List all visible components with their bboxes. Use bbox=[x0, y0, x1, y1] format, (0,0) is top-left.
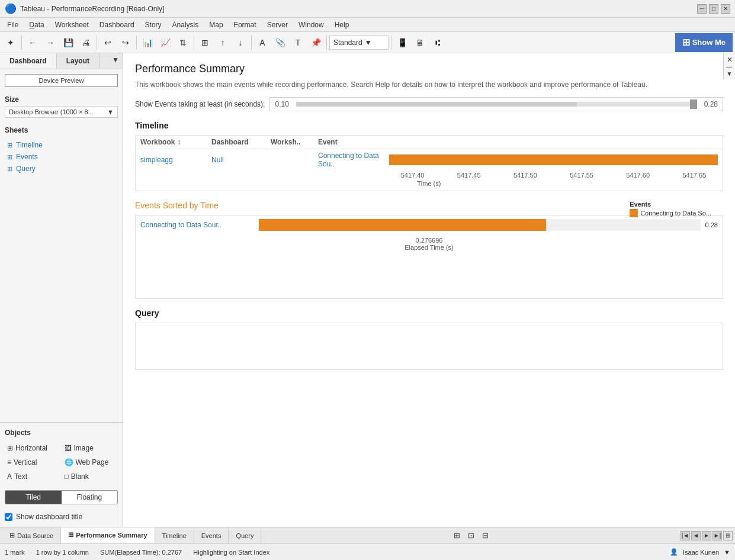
menu-data[interactable]: Data bbox=[24, 20, 49, 30]
toolbar-print-button[interactable]: 🖨 bbox=[78, 34, 94, 51]
toolbar-grid-icon[interactable]: ✦ bbox=[2, 34, 19, 51]
toolbar-view-button[interactable]: 📱 bbox=[394, 34, 410, 51]
status-rows-cols: 1 row by 1 column bbox=[36, 549, 89, 556]
tab-icon-btn-1[interactable]: ⊞ bbox=[450, 529, 463, 542]
sheets-list: ⊞ Timeline ⊞ Events ⊞ Query bbox=[0, 137, 123, 177]
legend-label: Connecting to Data So... bbox=[640, 210, 711, 217]
object-vertical[interactable]: ≡ Vertical bbox=[5, 456, 61, 469]
toolbar-redo-button[interactable]: ↪ bbox=[117, 34, 134, 51]
standard-chevron: ▼ bbox=[365, 38, 372, 47]
image-label: Image bbox=[74, 444, 94, 452]
tab-query[interactable]: Query bbox=[229, 527, 261, 543]
vertical-label: Vertical bbox=[14, 458, 37, 466]
show-me-label: Show Me bbox=[692, 38, 726, 47]
tab-icon-btn-2[interactable]: ⊡ bbox=[464, 529, 477, 542]
panel-pin-button[interactable]: | bbox=[726, 66, 733, 68]
object-horizontal[interactable]: ⊞ Horizontal bbox=[5, 442, 61, 455]
close-panel-button[interactable]: ✕ bbox=[727, 56, 733, 64]
tab-dashboard[interactable]: Dashboard bbox=[0, 53, 57, 69]
nav-last-button[interactable]: ►| bbox=[712, 531, 722, 540]
menu-worksheet[interactable]: Worksheet bbox=[50, 20, 94, 30]
main-layout: Dashboard Layout ▼ Device Preview Size D… bbox=[0, 53, 735, 527]
header-dashboard: Dashboard bbox=[211, 138, 271, 146]
object-blank[interactable]: □ Blank bbox=[62, 470, 118, 483]
toolbar-annotation-button[interactable]: 📎 bbox=[272, 34, 288, 51]
toolbar-asc-sort[interactable]: ↑ bbox=[214, 34, 231, 51]
tiled-button[interactable]: Tiled bbox=[5, 491, 62, 504]
tab-icon-btn-3[interactable]: ⊟ bbox=[479, 529, 492, 542]
sheet-item-events[interactable]: ⊞ Events bbox=[0, 151, 123, 163]
toolbar-filter-button[interactable]: ⊞ bbox=[197, 34, 213, 51]
user-dropdown[interactable]: ▼ bbox=[724, 549, 730, 556]
blank-label: Blank bbox=[71, 472, 89, 481]
toolbar-separator-5 bbox=[251, 36, 252, 50]
menu-window[interactable]: Window bbox=[294, 20, 329, 30]
tab-events[interactable]: Events bbox=[194, 527, 229, 543]
sheet-item-query[interactable]: ⊞ Query bbox=[0, 163, 123, 175]
nav-grid-button[interactable]: ⊞ bbox=[723, 531, 733, 540]
toolbar-chart-button[interactable]: 📊 bbox=[139, 34, 156, 51]
object-image[interactable]: 🖼 Image bbox=[62, 442, 118, 455]
timeline-sheet-icon: ⊞ bbox=[7, 141, 12, 149]
toolbar-sort-button[interactable]: ⇅ bbox=[175, 34, 191, 51]
time-axis: 5417.40 5417.45 5417.50 5417.55 5417.60 … bbox=[136, 170, 723, 179]
query-sheet-icon: ⊞ bbox=[7, 165, 12, 173]
menu-map[interactable]: Map bbox=[204, 20, 227, 30]
toolbar-back-button[interactable]: ← bbox=[24, 34, 41, 51]
nav-first-button[interactable]: |◄ bbox=[681, 531, 690, 540]
object-text[interactable]: A Text bbox=[5, 470, 61, 483]
menu-analysis[interactable]: Analysis bbox=[168, 20, 204, 30]
toolbar-present-button[interactable]: 🖥 bbox=[412, 34, 428, 51]
menu-story[interactable]: Story bbox=[140, 20, 166, 30]
nav-next-button[interactable]: ► bbox=[702, 531, 711, 540]
show-title-checkbox[interactable] bbox=[5, 513, 12, 521]
tab-timeline[interactable]: Timeline bbox=[155, 527, 194, 543]
sheet-item-timeline[interactable]: ⊞ Timeline bbox=[0, 139, 123, 151]
tab-data-source[interactable]: ⊞ Data Source bbox=[2, 527, 61, 543]
slider-thumb[interactable] bbox=[690, 99, 697, 109]
events-empty-space bbox=[136, 251, 723, 298]
toolbar-forward-button[interactable]: → bbox=[42, 34, 59, 51]
timeline-orange-bar bbox=[389, 155, 718, 165]
object-webpage[interactable]: 🌐 Web Page bbox=[62, 456, 118, 469]
time-val-5: 5417.60 bbox=[626, 172, 650, 179]
nav-prev-button[interactable]: ◄ bbox=[691, 531, 701, 540]
minimize-button[interactable]: ─ bbox=[697, 4, 707, 14]
menu-format[interactable]: Format bbox=[229, 20, 261, 30]
toolbar-highlight-button[interactable]: A bbox=[254, 34, 271, 51]
filter-row: Show Events taking at least (in seconds)… bbox=[135, 97, 723, 111]
maximize-button[interactable]: □ bbox=[709, 4, 718, 14]
toolbar-desc-sort[interactable]: ↓ bbox=[232, 34, 249, 51]
close-button[interactable]: ✕ bbox=[721, 4, 730, 14]
legend-title: Events bbox=[630, 201, 711, 208]
elapsed-number: 0.276696 bbox=[136, 237, 723, 244]
size-dropdown[interactable]: Desktop Browser (1000 × 8... ▼ bbox=[5, 106, 118, 118]
toolbar-pin-button[interactable]: 📌 bbox=[307, 34, 324, 51]
menu-file[interactable]: File bbox=[2, 20, 23, 30]
perf-summary-label: Performance Summary bbox=[76, 532, 147, 539]
sort-icon[interactable]: ↕ bbox=[177, 138, 181, 146]
toolbar-undo-button[interactable]: ↩ bbox=[100, 34, 116, 51]
panel-more-button[interactable]: ▼ bbox=[108, 53, 123, 69]
toolbar-bar-button[interactable]: 📈 bbox=[157, 34, 174, 51]
standard-dropdown[interactable]: Standard ▼ bbox=[329, 36, 389, 50]
window-controls: ─ □ ✕ bbox=[697, 4, 730, 14]
menu-dashboard[interactable]: Dashboard bbox=[95, 20, 139, 30]
device-preview-button[interactable]: Device Preview bbox=[5, 74, 118, 87]
slider-track[interactable] bbox=[296, 102, 697, 107]
toolbar-save-button[interactable]: 💾 bbox=[60, 34, 76, 51]
panel-collapse-button[interactable]: ▼ bbox=[727, 70, 733, 77]
objects-grid: ⊞ Horizontal 🖼 Image ≡ Vertical 🌐 Web Pa… bbox=[0, 439, 123, 485]
show-me-button[interactable]: ⊞ Show Me bbox=[675, 33, 733, 52]
menu-help[interactable]: Help bbox=[330, 20, 354, 30]
text-label: Text bbox=[14, 472, 27, 481]
floating-button[interactable]: Floating bbox=[62, 491, 118, 504]
menu-server[interactable]: Server bbox=[262, 20, 293, 30]
dashboard-title: Performance Summary bbox=[135, 63, 723, 75]
tab-performance-summary[interactable]: ⊞ Performance Summary bbox=[61, 527, 155, 543]
toolbar-separator-7 bbox=[391, 36, 391, 50]
tab-layout[interactable]: Layout bbox=[57, 53, 100, 69]
header-event: Event bbox=[318, 138, 389, 146]
toolbar-tooltip-button[interactable]: T bbox=[290, 34, 306, 51]
toolbar-share-button[interactable]: ⑆ bbox=[429, 34, 446, 51]
